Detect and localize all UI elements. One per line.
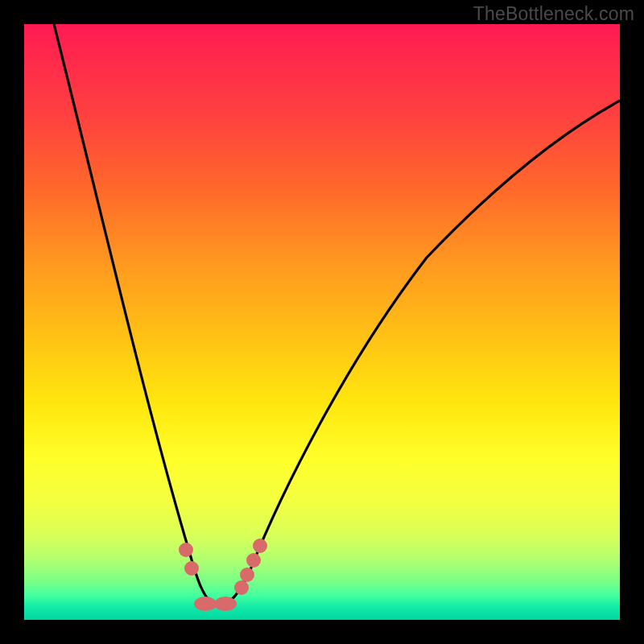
- svg-point-4: [234, 580, 249, 595]
- bottleneck-curve-path: [54, 24, 620, 605]
- svg-point-2: [194, 597, 217, 611]
- svg-point-7: [253, 539, 267, 553]
- svg-point-1: [184, 561, 199, 576]
- watermark-text: TheBottleneck.com: [473, 3, 634, 25]
- svg-point-5: [240, 568, 254, 582]
- svg-point-3: [214, 597, 237, 611]
- bottleneck-curve-svg: [24, 24, 620, 620]
- chart-frame: TheBottleneck.com: [0, 0, 644, 644]
- valley-markers: [179, 539, 267, 611]
- svg-point-0: [179, 543, 193, 557]
- plot-area: [24, 24, 620, 620]
- svg-point-6: [246, 553, 261, 568]
